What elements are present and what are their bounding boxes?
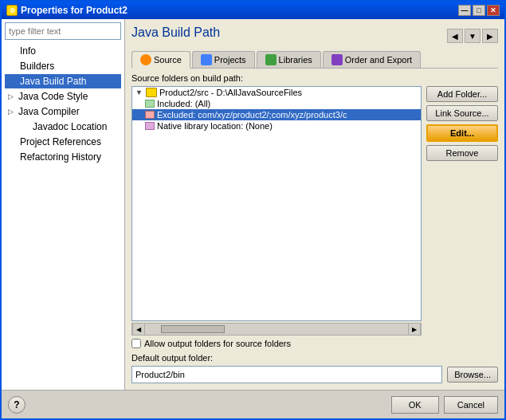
- tabs-bar: Source Projects Libraries Order and Expo…: [131, 51, 498, 69]
- help-button[interactable]: ?: [8, 396, 25, 414]
- include-icon: [145, 100, 155, 108]
- scrollbar-track: [145, 325, 408, 333]
- projects-tab-icon: [201, 54, 212, 65]
- title-bar: ⚙ Properties for Product2 — □ ✕: [2, 2, 504, 19]
- order-tab-icon: [331, 54, 343, 65]
- sidebar-item-label: Java Code Style: [18, 91, 88, 102]
- sidebar-item-java-code-style[interactable]: ▷ Java Code Style: [5, 89, 121, 104]
- allow-output-checkbox[interactable]: [131, 339, 141, 348]
- cancel-button[interactable]: Cancel: [444, 396, 498, 414]
- source-tab-icon: [140, 54, 151, 65]
- sidebar-item-label: Info: [20, 45, 36, 57]
- exclude-icon: [145, 111, 155, 119]
- output-folder-input[interactable]: [131, 366, 442, 383]
- source-tree-item-native[interactable]: Native library location: (None): [132, 120, 421, 131]
- sidebar-item-label: Builders: [20, 61, 54, 72]
- scroll-right-button[interactable]: ▶: [408, 323, 421, 336]
- sidebar-item-builders[interactable]: Builders: [5, 59, 121, 73]
- add-folder-button[interactable]: Add Folder...: [426, 86, 498, 102]
- tab-label: Libraries: [279, 55, 312, 65]
- source-folders-label: Source folders on build path:: [131, 73, 498, 83]
- filter-input[interactable]: [5, 22, 121, 40]
- sidebar-item-label: Java Compiler: [18, 106, 80, 117]
- allow-output-label: Allow output folders for source folders: [144, 339, 291, 348]
- sidebar-item-java-compiler[interactable]: ▷ Java Compiler: [5, 104, 121, 119]
- source-area: ▼ Product2/src - D:\AllJavaSourceFiles I…: [131, 86, 498, 336]
- link-source-button[interactable]: Link Source...: [426, 105, 498, 121]
- tab-label: Order and Export: [345, 55, 412, 65]
- buttons-panel: Add Folder... Link Source... Edit... Rem…: [426, 86, 498, 336]
- source-tree-item-label: Included: (All): [157, 99, 210, 108]
- expand-icon[interactable]: ▷: [8, 108, 16, 116]
- sidebar-item-label: Java Build Path: [20, 76, 86, 87]
- back-button[interactable]: ◀: [447, 29, 463, 43]
- folder-icon: [146, 88, 157, 97]
- sidebar-item-java-build-path[interactable]: Java Build Path: [5, 74, 121, 88]
- tab-order-export[interactable]: Order and Export: [323, 51, 421, 68]
- edit-button[interactable]: Edit...: [426, 124, 498, 142]
- close-button[interactable]: ✕: [487, 5, 500, 16]
- horizontal-scrollbar[interactable]: ◀ ▶: [131, 323, 422, 336]
- allow-output-row: Allow output folders for source folders: [131, 339, 498, 348]
- sidebar-item-javadoc[interactable]: Javadoc Location: [5, 120, 121, 134]
- title-bar-left: ⚙ Properties for Product2: [6, 5, 127, 16]
- panel-title: Java Build Path: [131, 26, 220, 40]
- source-tree-item-label: Native library location: (None): [157, 121, 273, 131]
- output-row: Browse...: [131, 366, 498, 383]
- right-panel: Java Build Path ◀ ▼ ▶ Source Projects: [125, 19, 504, 390]
- sidebar-item-refactoring[interactable]: Refactoring History: [5, 150, 121, 164]
- source-tree[interactable]: ▼ Product2/src - D:\AllJavaSourceFiles I…: [131, 86, 422, 321]
- footer-left: ?: [8, 396, 25, 414]
- source-tree-item-root[interactable]: ▼ Product2/src - D:\AllJavaSourceFiles: [132, 87, 421, 98]
- native-icon: [145, 122, 155, 130]
- tab-projects[interactable]: Projects: [192, 51, 255, 68]
- source-tree-item-label: Excluded: com/xyz/product2/;com/xyz/prod…: [157, 110, 347, 120]
- tab-label: Source: [154, 55, 182, 65]
- window-icon: ⚙: [6, 5, 18, 16]
- left-panel: Info Builders Java Build Path ▷ Java Cod…: [2, 19, 125, 390]
- remove-button[interactable]: Remove: [426, 145, 498, 161]
- sidebar-item-label: Javadoc Location: [33, 121, 107, 132]
- minimize-button[interactable]: —: [458, 5, 471, 16]
- source-tree-item-included[interactable]: Included: (All): [132, 98, 421, 109]
- ok-button[interactable]: OK: [391, 396, 439, 414]
- sidebar-item-label: Refactoring History: [20, 151, 101, 163]
- source-tree-panel: ▼ Product2/src - D:\AllJavaSourceFiles I…: [131, 86, 422, 336]
- nav-icons: ◀ ▼ ▶: [447, 29, 498, 43]
- scroll-left-button[interactable]: ◀: [132, 323, 145, 336]
- browse-button[interactable]: Browse...: [447, 367, 498, 383]
- tab-libraries[interactable]: Libraries: [257, 51, 321, 68]
- main-content: Info Builders Java Build Path ▷ Java Cod…: [2, 19, 504, 390]
- dropdown-button[interactable]: ▼: [465, 29, 481, 43]
- default-output-label: Default output folder:: [131, 353, 498, 363]
- bottom-area: Allow output folders for source folders …: [131, 339, 498, 383]
- scrollbar-thumb[interactable]: [161, 325, 225, 333]
- footer-right: OK Cancel: [391, 396, 498, 414]
- dialog-footer: ? OK Cancel: [2, 390, 504, 418]
- sidebar-item-label: Project References: [20, 136, 101, 147]
- properties-dialog: ⚙ Properties for Product2 — □ ✕ Info Bui…: [0, 0, 506, 420]
- expand-icon[interactable]: ▷: [8, 92, 16, 100]
- source-tree-item-label: Product2/src - D:\AllJavaSourceFiles: [159, 88, 302, 97]
- title-buttons: — □ ✕: [458, 5, 500, 16]
- tree-expand-icon[interactable]: ▼: [135, 88, 143, 96]
- source-tree-item-excluded[interactable]: Excluded: com/xyz/product2/;com/xyz/prod…: [132, 109, 421, 120]
- tab-label: Projects: [214, 55, 246, 65]
- sidebar-item-project-references[interactable]: Project References: [5, 135, 121, 149]
- window-title: Properties for Product2: [21, 5, 127, 16]
- libraries-tab-icon: [265, 54, 277, 65]
- forward-button[interactable]: ▶: [482, 29, 498, 43]
- sidebar-item-info[interactable]: Info: [5, 44, 121, 58]
- maximize-button[interactable]: □: [473, 5, 485, 16]
- tab-source[interactable]: Source: [131, 51, 190, 69]
